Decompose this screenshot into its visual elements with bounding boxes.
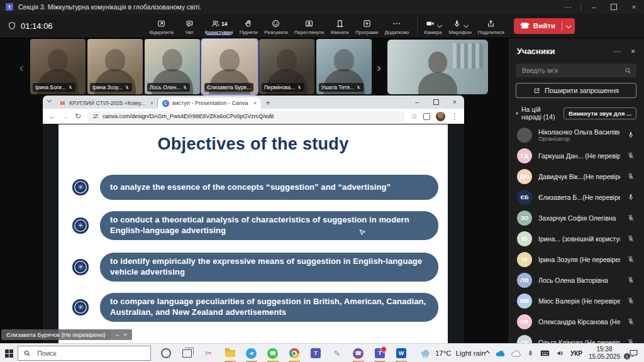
panel-close-icon[interactable]: × xyxy=(631,47,635,56)
participant-row[interactable]: ЛВ Лось Олена Вікторівна xyxy=(508,270,644,290)
leave-button[interactable]: ☎ Вийти xyxy=(514,18,575,34)
mic-muted-icon[interactable] xyxy=(626,276,635,284)
toolbar-button[interactable]: Чат xyxy=(177,16,202,35)
forward-icon[interactable]: → xyxy=(62,112,69,121)
taskbar-weather[interactable]: 17°C Light rain xyxy=(420,349,486,358)
action-center-icon[interactable]: 1 xyxy=(626,349,640,358)
toolbar-button[interactable]: Реагувати xyxy=(261,16,291,35)
new-tab-button[interactable]: + xyxy=(261,99,275,107)
toolbar-button[interactable]: Переглянути xyxy=(291,16,327,35)
leave-button-main[interactable]: ☎ Вийти xyxy=(514,21,562,30)
toolbar-button[interactable]: Програми xyxy=(352,16,381,35)
participant-row[interactable]: ДЮ Давидчук Вік...(Не перевірено) xyxy=(508,166,644,187)
chevron-down-icon[interactable] xyxy=(464,18,468,30)
toolbar-button[interactable]: Камера xyxy=(417,16,446,35)
tab-search-chevron-icon[interactable] xyxy=(48,93,51,104)
word-icon[interactable]: W xyxy=(395,347,408,359)
chevron-down-icon[interactable] xyxy=(438,18,441,30)
mic-muted-icon[interactable] xyxy=(626,338,635,343)
tab-close-icon[interactable]: × xyxy=(253,100,257,106)
browser-profile-avatar[interactable] xyxy=(436,112,445,121)
toolbar-button[interactable]: Поділитися xyxy=(475,16,508,35)
browser-tab[interactable]: M C КРУГЛИЙ СТІЛ-2025 «Кому... × xyxy=(55,97,158,109)
mute-all-button[interactable]: Вимкнути звук для ... xyxy=(564,107,636,119)
browser-tab[interactable]: M C виступ - Presentation - Canva × xyxy=(158,97,261,109)
video-tile[interactable]: Ірина Боги... xyxy=(30,39,86,94)
minimize-button[interactable]: – xyxy=(584,0,604,14)
participant-row[interactable]: ІБ Ірина... (зовнішній користувач) xyxy=(508,228,644,249)
taskbar-clock[interactable]: 15:38 15.05.2025 xyxy=(589,346,620,361)
toolbar-button[interactable]: Підняти xyxy=(236,16,261,35)
participant-search[interactable] xyxy=(516,63,636,77)
taskbar-search[interactable] xyxy=(18,346,151,361)
browser-close-button[interactable]: × xyxy=(445,96,464,108)
mic-on-icon[interactable] xyxy=(626,131,635,139)
toolbar-button[interactable]: Відкріпити xyxy=(147,16,177,35)
toolbar-button[interactable]: 14 Користувачі xyxy=(202,16,236,35)
tab-close-icon[interactable]: × xyxy=(150,100,153,106)
snipping-tool-icon[interactable]: ✂ xyxy=(203,347,215,359)
participant-search-input[interactable] xyxy=(521,66,625,75)
cortana-icon[interactable] xyxy=(160,347,172,359)
participant-row[interactable]: ЗО Захарчук Софія Олегівна xyxy=(508,207,644,228)
tray-microphone-icon[interactable] xyxy=(527,349,534,357)
participant-row[interactable]: ЄБ Єлизавета Б...(Не перевірено) xyxy=(508,187,644,207)
spotlight-video-tile[interactable] xyxy=(387,40,488,94)
mic-muted-icon[interactable] xyxy=(626,234,635,243)
toolbar-button[interactable]: Мікрофон xyxy=(446,16,475,35)
bookmark-star-icon[interactable]: ☆ xyxy=(411,112,418,121)
maximize-button[interactable] xyxy=(604,0,624,14)
speaker-icon[interactable] xyxy=(556,349,564,357)
presenter-overlay-controls[interactable]: – + xyxy=(111,329,132,340)
mic-on-icon[interactable] xyxy=(626,193,635,201)
onedrive-cloud-icon[interactable] xyxy=(496,350,505,357)
paint-app-icon[interactable]: ✎ xyxy=(331,347,343,359)
back-icon[interactable]: ← xyxy=(48,112,56,121)
browser-maximize-button[interactable] xyxy=(426,96,445,108)
participant-row[interactable]: ОК Олександра Кірсанова (Не п... xyxy=(508,311,644,332)
section-collapse-icon[interactable]: ▾ xyxy=(516,111,518,116)
collapse-icon[interactable]: – xyxy=(116,331,119,338)
viber-icon[interactable]: ☎ xyxy=(352,347,365,359)
participant-row[interactable]: ОК Ольга Клімова (Не перевірено) xyxy=(508,332,644,343)
site-settings-icon[interactable] xyxy=(92,113,99,119)
refresh-icon[interactable]: ↻ xyxy=(75,112,81,121)
participant-row[interactable]: МВ Міюс Валерія (Не перевірено) xyxy=(508,290,644,311)
participant-row[interactable]: Ніколаєнко Ольга Василівна Організатор xyxy=(508,124,644,145)
whatsapp-icon[interactable]: ☎ xyxy=(267,347,279,359)
filmstrip-next-button[interactable] xyxy=(376,62,380,73)
mic-muted-icon[interactable] xyxy=(626,151,635,160)
file-explorer-icon[interactable] xyxy=(224,347,236,359)
participant-row[interactable]: ГД Гаркуша Дан... (Не перевірено) xyxy=(508,145,644,166)
touch-keyboard-icon[interactable] xyxy=(540,350,550,356)
taskbar-search-input[interactable] xyxy=(36,349,145,358)
close-button[interactable]: × xyxy=(624,0,644,14)
more-options-icon[interactable]: ⋯ xyxy=(558,0,578,14)
mic-muted-icon[interactable] xyxy=(626,172,635,180)
video-tile[interactable]: Ушата Тетя... xyxy=(316,39,372,94)
video-tile[interactable]: Єлизавета Буря... xyxy=(202,39,257,94)
video-tile[interactable]: Ірина Зозу... xyxy=(87,39,143,94)
url-box[interactable]: canva.com/design/DAGm_Pws4EI/r99E6VZKs6o… xyxy=(87,111,405,122)
start-button[interactable] xyxy=(0,344,18,362)
expand-icon[interactable]: + xyxy=(123,331,127,338)
toolbar-button[interactable]: Додатково xyxy=(381,16,412,35)
teams-icon[interactable]: T xyxy=(309,347,322,359)
video-tile[interactable]: Пермінова... xyxy=(259,39,314,94)
video-tile[interactable]: Лось Олен... xyxy=(145,39,200,94)
mic-muted-icon[interactable] xyxy=(626,297,635,305)
language-indicator[interactable]: УКР xyxy=(570,350,582,357)
cloud-outline-icon[interactable] xyxy=(511,350,521,357)
chrome-icon[interactable] xyxy=(288,347,301,359)
task-view-icon[interactable] xyxy=(181,347,194,359)
hidden-icons-chevron-icon[interactable] xyxy=(486,351,489,355)
filmstrip-prev-button[interactable] xyxy=(21,62,25,73)
toolbar-button[interactable]: Кімнати xyxy=(327,16,352,35)
browser-minimize-button[interactable]: – xyxy=(408,96,426,108)
teams-notification-icon[interactable]: T xyxy=(374,347,386,359)
leave-options-chevron[interactable] xyxy=(562,24,575,28)
browser-menu-kebab-icon[interactable]: ⋮ xyxy=(451,112,458,121)
mic-muted-icon[interactable] xyxy=(626,317,635,326)
mic-muted-icon[interactable] xyxy=(626,214,635,222)
share-invite-button[interactable]: Поширити запрошення xyxy=(516,83,636,98)
